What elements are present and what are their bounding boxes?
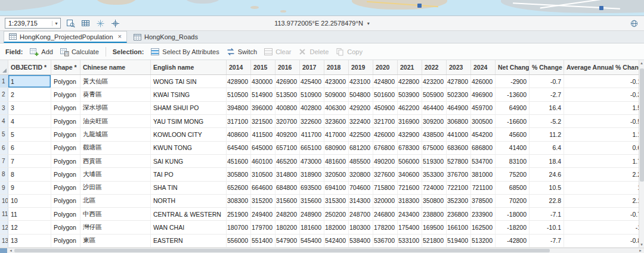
table-cell[interactable]: 678300: [398, 142, 422, 154]
table-cell[interactable]: 315600: [275, 195, 300, 207]
table-cell[interactable]: 162500: [471, 221, 496, 233]
table-cell[interactable]: 664600: [251, 182, 275, 194]
delete-button[interactable]: Delete: [298, 47, 329, 57]
table-cell[interactable]: 300500: [471, 115, 496, 127]
table-cell[interactable]: -0.7: [564, 208, 644, 220]
table-cell[interactable]: 250200: [324, 208, 349, 220]
table-cell[interactable]: -0.1: [564, 75, 644, 88]
row-selector[interactable]: 6: [0, 142, 8, 154]
table-cell[interactable]: Polygon: [51, 235, 80, 247]
table-cell[interactable]: 519300: [422, 155, 447, 167]
table-cell[interactable]: KOWLOON CITY: [151, 128, 227, 140]
table-cell[interactable]: 402800: [300, 102, 324, 114]
table-cell[interactable]: Polygon: [51, 155, 80, 167]
table-cell[interactable]: 243400: [398, 208, 422, 220]
table-cell[interactable]: 182000: [324, 221, 349, 233]
scroll-left-icon[interactable]: ◂: [7, 248, 14, 253]
table-cell[interactable]: 721100: [471, 182, 496, 194]
table-cell[interactable]: SHA TIN: [151, 182, 227, 194]
table-cell[interactable]: 533100: [398, 235, 422, 247]
table-cell[interactable]: 16.4: [530, 102, 564, 114]
table-cell[interactable]: 422800: [398, 75, 422, 88]
table-cell[interactable]: 4: [8, 115, 51, 127]
table-cell[interactable]: 721600: [398, 182, 422, 194]
table-cell[interactable]: 465200: [275, 155, 300, 167]
table-cell[interactable]: 1.5: [564, 102, 644, 114]
tab-hongkong-roads[interactable]: HongKong_Roads: [129, 31, 203, 43]
table-cell[interactable]: 408600: [227, 128, 251, 140]
chevron-down-icon[interactable]: ▾: [367, 21, 370, 26]
horizontal-scrollbar[interactable]: ◂ ▸: [0, 248, 644, 253]
add-field-button[interactable]: Add: [29, 47, 53, 57]
table-cell[interactable]: Polygon: [51, 102, 80, 114]
table-cell[interactable]: 314300: [349, 195, 373, 207]
table-cell[interactable]: 645000: [251, 142, 275, 154]
table-cell[interactable]: 22.8: [530, 195, 564, 207]
table-cell[interactable]: 722100: [447, 182, 471, 194]
table-cell[interactable]: 406300: [324, 102, 349, 114]
table-cell[interactable]: KWUN TONG: [151, 142, 227, 154]
table-cell[interactable]: 323600: [324, 115, 349, 127]
table-cell[interactable]: 450900: [373, 102, 398, 114]
table-cell[interactable]: 1.7: [564, 155, 644, 167]
row-selector[interactable]: 8: [0, 168, 8, 180]
table-cell[interactable]: 426000: [471, 75, 496, 88]
table-cell[interactable]: 305800: [227, 168, 251, 180]
table-cell[interactable]: 2.2: [564, 168, 644, 180]
table-cell[interactable]: 694100: [324, 182, 349, 194]
table-cell[interactable]: 481600: [324, 155, 349, 167]
table-cell[interactable]: 430000: [251, 75, 275, 88]
table-cell[interactable]: 459700: [471, 102, 496, 114]
row-selector[interactable]: 2: [0, 88, 8, 101]
table-cell[interactable]: 8: [8, 168, 51, 180]
table-cell[interactable]: 1.1: [564, 128, 644, 140]
table-cell[interactable]: 422500: [349, 128, 373, 140]
table-cell[interactable]: 181600: [300, 221, 324, 233]
column-header[interactable]: 2018: [324, 60, 349, 74]
row-selector[interactable]: 1: [0, 75, 8, 88]
table-cell[interactable]: 504800: [349, 88, 373, 101]
table-cell[interactable]: Polygon: [51, 75, 80, 88]
table-cell[interactable]: Polygon: [51, 221, 80, 233]
table-cell[interactable]: -13600: [496, 88, 530, 101]
table-cell[interactable]: NORTH: [151, 195, 227, 207]
table-cell[interactable]: 6: [8, 142, 51, 154]
table-cell[interactable]: 376700: [447, 168, 471, 180]
table-cell[interactable]: 545400: [300, 235, 324, 247]
copy-button[interactable]: Copy: [335, 47, 363, 57]
table-cell[interactable]: 251900: [227, 208, 251, 220]
table-cell[interactable]: 505900: [422, 88, 447, 101]
table-cell[interactable]: 11.2: [530, 128, 564, 140]
table-cell[interactable]: 686800: [471, 142, 496, 154]
column-header[interactable]: 2015: [251, 60, 275, 74]
table-cell[interactable]: -10.1: [530, 221, 564, 233]
chevron-down-icon[interactable]: ▾: [52, 21, 60, 26]
table-cell[interactable]: 18.4: [530, 155, 564, 167]
table-cell[interactable]: 169500: [422, 221, 447, 233]
table-cell[interactable]: 353300: [422, 168, 447, 180]
table-cell[interactable]: 322600: [300, 115, 324, 127]
table-corner-selector[interactable]: [0, 60, 8, 74]
table-cell[interactable]: 693500: [300, 182, 324, 194]
table-cell[interactable]: 394800: [227, 102, 251, 114]
table-cell[interactable]: 24.6: [530, 168, 564, 180]
table-cell[interactable]: 536700: [373, 235, 398, 247]
table-cell[interactable]: 681200: [349, 142, 373, 154]
table-cell[interactable]: 灣仔區: [80, 221, 151, 233]
table-cell[interactable]: 514900: [251, 88, 275, 101]
table-cell[interactable]: 2: [8, 88, 51, 101]
table-cell[interactable]: 352300: [447, 195, 471, 207]
table-cell[interactable]: 318900: [300, 168, 324, 180]
table-cell[interactable]: 538400: [349, 235, 373, 247]
table-cell[interactable]: 75200: [496, 168, 530, 180]
column-header[interactable]: 2024: [471, 60, 496, 74]
table-cell[interactable]: 490200: [373, 155, 398, 167]
table-cell[interactable]: 45600: [496, 128, 530, 140]
column-header[interactable]: 2020: [373, 60, 398, 74]
table-cell[interactable]: 6.4: [530, 142, 564, 154]
table-cell[interactable]: 7: [8, 155, 51, 167]
table-cell[interactable]: 葵青區: [80, 88, 151, 101]
table-cell[interactable]: 381000: [471, 168, 496, 180]
table-cell[interactable]: 83100: [496, 155, 530, 167]
switch-selection-button[interactable]: Switch: [226, 47, 257, 57]
